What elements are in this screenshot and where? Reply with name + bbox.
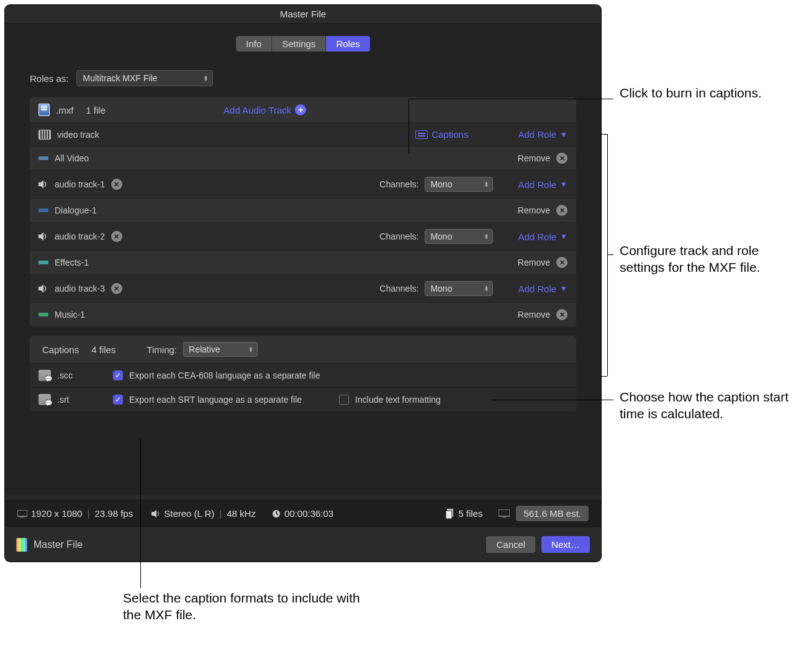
captions-button[interactable]: Captions <box>415 129 468 140</box>
updown-icon: ▲▼ <box>484 181 489 187</box>
audio-track-row: audio track-2 ✕ Channels: Mono ▲▼ Add Ro… <box>30 223 576 251</box>
chevron-down-icon: ▼ <box>560 180 567 189</box>
chevron-down-icon: ▼ <box>560 130 567 139</box>
srt-ext: .srt <box>57 395 107 405</box>
callout-configure: Configure track and role settings for th… <box>620 242 793 276</box>
tab-settings[interactable]: Settings <box>272 36 326 52</box>
audio-track-label: audio track-2 <box>55 231 105 241</box>
files-icon <box>446 509 454 519</box>
scc-checkbox[interactable]: ✓ <box>113 370 123 380</box>
updown-icon: ▲▼ <box>484 233 489 240</box>
svg-marker-0 <box>38 180 43 189</box>
video-track-row: video track Captions Add Role ▼ <box>30 123 576 146</box>
captions-file-count: 4 files <box>91 344 115 355</box>
role-color-chip <box>38 156 48 160</box>
caption-file-icon <box>38 394 51 405</box>
app-icon <box>16 538 27 552</box>
callout-burn-in: Click to burn in captions. <box>620 84 762 101</box>
add-role-button[interactable]: Add Role ▼ <box>518 231 567 242</box>
audio-track-row: audio track-3 ✕ Channels: Mono ▲▼ Add Ro… <box>30 275 576 303</box>
titlebar: Master File <box>5 5 601 24</box>
film-icon <box>38 130 51 140</box>
add-role-button[interactable]: Add Role ▼ <box>518 284 567 294</box>
captions-panel: Captions 4 files Timing: Relative ▲▼ .sc… <box>30 336 576 412</box>
all-video-label: All Video <box>55 153 89 163</box>
speaker-icon <box>38 284 48 293</box>
size-est: 561.6 MB est. <box>516 506 589 521</box>
tab-group: Info Settings Roles <box>236 36 370 52</box>
add-audio-track-button[interactable]: Add Audio Track + <box>224 104 306 115</box>
captions-icon <box>415 130 428 139</box>
remove-button[interactable]: ✕ <box>556 205 567 216</box>
scc-cb-label: Export each CEA-608 language as a separa… <box>129 370 320 380</box>
remove-button[interactable]: ✕ <box>556 309 567 320</box>
svg-marker-1 <box>38 232 43 241</box>
svg-rect-3 <box>17 510 27 516</box>
audio-track-row: audio track-1 ✕ Channels: Mono ▲▼ Add Ro… <box>30 171 576 199</box>
remove-button[interactable]: ✕ <box>556 153 567 164</box>
add-role-button[interactable]: Add Role ▼ <box>518 179 567 190</box>
window-title: Master File <box>280 9 326 19</box>
remove-label: Remove <box>518 205 550 215</box>
duration: 00:00:36:03 <box>284 508 333 519</box>
svg-rect-10 <box>446 511 452 519</box>
callout-timing: Choose how the caption start time is cal… <box>620 388 793 423</box>
caption-file-icon <box>38 370 51 381</box>
include-fmt-label: Include text formatting <box>355 395 441 405</box>
role-label: Music-1 <box>55 310 85 320</box>
srt-cb-label: Export each SRT language as a separate f… <box>129 395 302 405</box>
updown-icon: ▲▼ <box>248 346 253 352</box>
scc-ext: .scc <box>57 370 107 380</box>
speaker-icon <box>38 180 48 189</box>
chevron-down-icon: ▼ <box>560 232 567 241</box>
mxf-ext: .mxf <box>56 105 73 115</box>
speaker-icon <box>38 232 48 241</box>
srt-checkbox[interactable]: ✓ <box>113 395 123 405</box>
files: 5 files <box>458 508 482 519</box>
role-color-chip <box>38 208 48 212</box>
plus-icon: + <box>295 104 306 115</box>
role-color-chip <box>38 313 48 316</box>
file-icon <box>38 104 50 116</box>
fps: 23.98 fps <box>94 508 133 519</box>
captions-label: Captions <box>42 344 79 355</box>
video-track-label: video track <box>57 130 99 140</box>
channels-label: Channels: <box>379 231 418 241</box>
timing-label: Timing: <box>147 344 177 355</box>
role-label: Effects-1 <box>55 258 89 267</box>
cancel-button[interactable]: Cancel <box>486 536 535 553</box>
role-label: Dialogue-1 <box>55 205 97 215</box>
svg-marker-2 <box>38 284 43 293</box>
roles-as-label: Roles as: <box>30 73 69 84</box>
footer-title: Master File <box>34 539 83 550</box>
remove-label: Remove <box>518 153 550 163</box>
next-button[interactable]: Next… <box>541 536 590 553</box>
channels-label: Channels: <box>379 284 418 293</box>
include-fmt-checkbox[interactable] <box>339 395 349 405</box>
clock-icon <box>272 509 281 518</box>
audio-track-label: audio track-1 <box>55 179 105 189</box>
tab-roles[interactable]: Roles <box>326 36 369 52</box>
channels-select[interactable]: Mono ▲▼ <box>425 229 493 244</box>
chevron-down-icon: ▼ <box>560 284 567 293</box>
remove-track-button[interactable]: ✕ <box>111 179 122 190</box>
audio: Stereo (L R) <box>164 508 214 519</box>
channels-label: Channels: <box>379 179 418 189</box>
timing-select[interactable]: Relative ▲▼ <box>183 342 258 357</box>
scc-row: .scc ✓ Export each CEA-608 language as a… <box>30 364 576 388</box>
remove-label: Remove <box>518 258 550 267</box>
audio-role-row: Dialogue-1 Remove ✕ <box>30 199 576 223</box>
audio-role-row: Music-1 Remove ✕ <box>30 303 576 327</box>
updown-icon: ▲▼ <box>484 285 489 292</box>
monitor-icon <box>17 510 27 517</box>
tab-info[interactable]: Info <box>236 36 272 52</box>
role-color-chip <box>38 261 48 264</box>
add-role-button[interactable]: Add Role ▼ <box>518 129 567 140</box>
remove-button[interactable]: ✕ <box>556 257 567 268</box>
remove-track-button[interactable]: ✕ <box>111 231 122 242</box>
channels-select[interactable]: Mono ▲▼ <box>425 281 493 296</box>
roles-as-select[interactable]: Multitrack MXF File ▲▼ <box>76 70 213 86</box>
svg-marker-5 <box>151 510 156 517</box>
channels-select[interactable]: Mono ▲▼ <box>425 177 493 192</box>
remove-track-button[interactable]: ✕ <box>111 283 122 294</box>
